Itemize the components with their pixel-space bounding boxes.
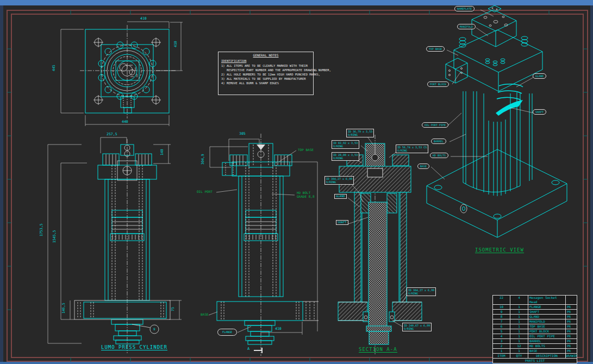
mid-view-dim-base: 410 xyxy=(275,327,282,331)
iso-label-gland: GLAND xyxy=(533,73,546,79)
table-row: 81GLANDPR 0004 xyxy=(493,314,577,319)
notes-line: 4) REMOVE ALL BURR & SHARP EDGES xyxy=(221,81,310,85)
cell-qty: 1 xyxy=(510,349,528,353)
mid-view-label-hd-bolt: HD BOLTGRADE 8,8 xyxy=(297,191,315,198)
cell-drawing: PR 0008 xyxy=(565,305,577,309)
mid-view-drawing[interactable] xyxy=(209,134,319,356)
top-view-dim-bottom: 440 xyxy=(122,120,128,124)
oring-callout-3: ID 28,00 x 3,53O/RING xyxy=(332,152,359,161)
cell-qty: 1 xyxy=(510,329,528,334)
front-view-drawing[interactable] xyxy=(48,137,182,353)
table-row: 11BASEPR 0002 xyxy=(493,348,577,353)
iso-label-barrel: BARREL xyxy=(431,139,446,144)
front-view-dim-width: 257,5 xyxy=(107,133,117,136)
general-notes-box: GENERAL NOTES IDENTIFICATION 1) ALL ITEM… xyxy=(218,52,314,95)
desc-line1: Hexagon Socket Head xyxy=(529,296,557,304)
notes-subtitle: IDENTIFICATION xyxy=(221,59,310,63)
iso-view-drawing[interactable] xyxy=(427,5,567,237)
mid-view-flange-balloon: FLANGE xyxy=(217,329,237,336)
parts-list-table: 22 4 Hexagon Socket HeadCap Screw 101FLA… xyxy=(492,295,577,363)
table-row: 51PORT BLOCKPR 0006 xyxy=(493,329,577,334)
hd-bolt-line2: GRADE 8,8 xyxy=(297,194,315,198)
section-label-shaft: SHAFT xyxy=(336,220,348,225)
cad-drawing-sheet[interactable]: GENERAL NOTES IDENTIFICATION 1) ALL ITEM… xyxy=(0,0,593,364)
cell-item: 7 xyxy=(493,319,510,324)
mid-view-section-letter: A xyxy=(247,347,249,351)
table-row: 31BARRELPR 0003 xyxy=(493,338,577,343)
cell-drawing: PR 0006 xyxy=(565,329,577,334)
cell-qty: 1 xyxy=(510,310,528,314)
mid-view-label-oil-port: OIL PORT xyxy=(197,190,213,193)
cell-desc: HD BOLTS xyxy=(528,344,565,348)
table-row: 71MANIFOLDPR 0006 xyxy=(493,319,577,324)
table-row: 91SHAFTPR 0004 xyxy=(493,309,577,314)
cell-item: 4 xyxy=(493,334,510,338)
cell-drawing: PR 0006 xyxy=(565,319,577,324)
table-row: 61TOP BASEPR 0005 xyxy=(493,324,577,329)
iso-label-port-block: PORT BLOCK xyxy=(427,81,449,87)
cell-item: 2 xyxy=(493,344,510,348)
mid-view-dim-top: 304,9 xyxy=(201,154,205,165)
cell-qty: 1 xyxy=(510,339,528,343)
section-label-gland: GLAND xyxy=(334,194,347,199)
section-arrowhead xyxy=(257,145,265,150)
cell-desc: PORT BLOCK xyxy=(528,329,565,334)
cell-item: 5 xyxy=(493,329,510,334)
top-view-dim-top: 410 xyxy=(140,17,147,21)
cell-item: 3 xyxy=(493,339,510,343)
cell-drawing: PR 0004 xyxy=(565,310,577,314)
shaft-chamfer xyxy=(496,100,523,116)
front-view-caption: LUMO PRESS CYLINDER xyxy=(101,346,167,350)
notes-line: 1) ALL ITEMS ARE TO BE CLEARLY MARKED WI… xyxy=(221,64,310,68)
oring-callout-4: ID 56,74 x 3,53 CSO/RING xyxy=(396,145,428,153)
notes-line: 3) ALL MATERIALS TO BE SUPPLIED BY MANUF… xyxy=(221,77,310,81)
table-row: 101FLANGEPR 0008 xyxy=(493,304,577,309)
iso-label-base: BASE xyxy=(417,164,429,169)
front-view-dim-inner-height: 1545,5 xyxy=(53,230,57,243)
section-view-caption: SECTION A-A xyxy=(359,348,397,353)
callout-line2: O/RING xyxy=(333,156,343,160)
cell-desc: FLANGE xyxy=(528,305,565,309)
cell-item: 1 xyxy=(493,349,510,353)
cell-item: 8 xyxy=(493,315,510,319)
header-drawing: DRAWING xyxy=(565,354,577,358)
front-view-dim-base: 146,5 xyxy=(62,303,66,313)
header-description: DESCRIPTION xyxy=(528,354,565,358)
notes-title: GENERAL NOTES xyxy=(221,53,310,58)
iso-label-top-base: TOP BASE xyxy=(426,46,445,52)
front-view-balloon-9: 9 xyxy=(153,327,155,331)
cell-desc: TOP BASE xyxy=(528,324,565,329)
cell-desc: OIL PORT PIPE xyxy=(528,334,565,338)
cell-qty: 4 xyxy=(510,296,528,304)
table-row: 212HD BOLTSPR 0008 xyxy=(493,343,577,348)
cell-desc: GLAND xyxy=(528,315,565,319)
section-view-drawing[interactable] xyxy=(338,135,422,354)
oring-callout-6: ID 304,27 x 6,99O/RING xyxy=(407,287,436,296)
parts-list-title: PARTS LIST xyxy=(493,358,577,363)
iso-view-caption: ISOMETRIC VIEW xyxy=(475,248,524,253)
cell-drawing: PR 0005 xyxy=(565,324,577,329)
oring-callout-5: ID 304,27 x 6,99O/RING xyxy=(324,176,354,185)
cell-qty: 1 xyxy=(510,324,528,329)
top-view-dim-right: 410 xyxy=(174,41,178,47)
oring-callout-1: ID 36,79 x 3,53O/RING xyxy=(346,129,374,137)
callout-line2: O/RING xyxy=(333,145,343,148)
cell-desc: Hexagon Socket HeadCap Screw xyxy=(528,296,565,304)
mid-view-label-top-base: TOP BASE xyxy=(298,148,314,152)
hd-bolt-line1: HD BOLT xyxy=(297,191,310,194)
cell-qty: 1 xyxy=(510,315,528,319)
notes-line: RESPECTIVE PART NUMBER AND THE APPROPRIA… xyxy=(221,68,310,72)
callout-line2: O/RING xyxy=(397,149,407,152)
callout-line2: O/RING xyxy=(404,327,414,330)
cell-item: 9 xyxy=(493,310,510,314)
cell-desc: SHAFT xyxy=(528,310,565,314)
front-view-dim-148: 148 xyxy=(160,149,164,155)
cell-drawing xyxy=(565,296,577,304)
top-view-drawing[interactable] xyxy=(61,22,183,126)
header-item: ITEM xyxy=(493,354,510,358)
cell-item: 6 xyxy=(493,324,510,329)
cell-desc: BASE xyxy=(528,349,565,353)
iso-label-oil-port-pipe: OIL PORT PIPE xyxy=(422,122,448,128)
iso-label-manifold: MANIFOLD xyxy=(457,24,476,29)
cell-drawing: PR 0004 xyxy=(565,334,577,338)
